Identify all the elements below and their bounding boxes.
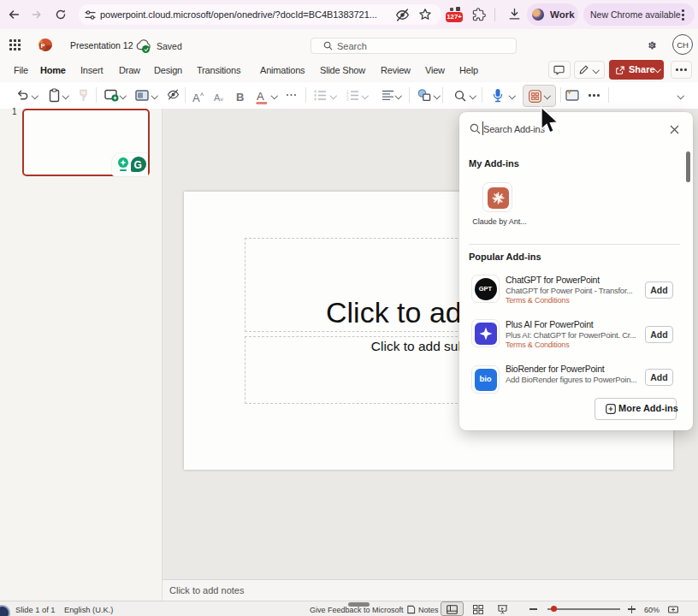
svg-text:3: 3 (346, 98, 349, 101)
